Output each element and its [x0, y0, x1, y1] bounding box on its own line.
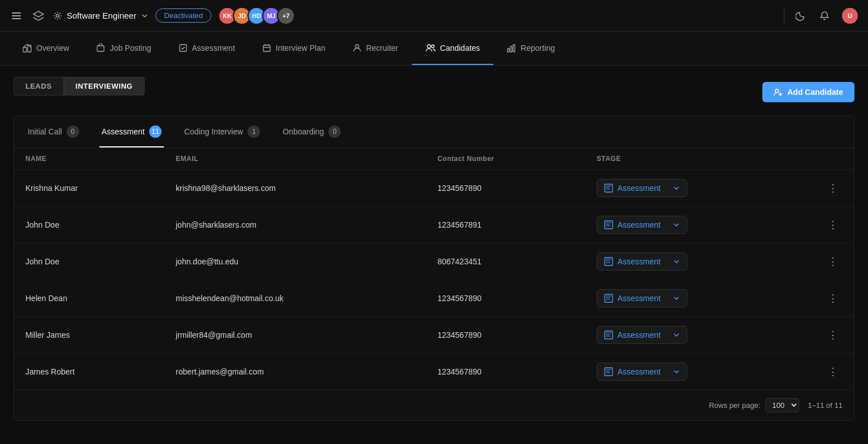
- tab-job-posting[interactable]: Job Posting: [83, 32, 164, 65]
- tab-interview-plan-label: Interview Plan: [276, 43, 326, 53]
- stage-label: Assessment: [618, 367, 661, 376]
- stage-tab-initial-call[interactable]: Initial Call 0: [25, 116, 81, 147]
- tab-overview[interactable]: Overview: [9, 32, 83, 65]
- candidate-actions-cell: ⋮: [812, 317, 854, 354]
- more-actions-button[interactable]: ⋮: [823, 253, 843, 270]
- divider: [784, 7, 784, 24]
- add-candidate-button[interactable]: Add Candidate: [762, 82, 854, 102]
- stage-tab-coding-interview-label: Coding Interview: [184, 127, 243, 136]
- layers-icon-button[interactable]: [31, 8, 46, 23]
- page-content: LEADS INTERVIEWING Add Candidate Initial…: [0, 66, 868, 432]
- notifications-button[interactable]: [817, 8, 832, 23]
- candidate-phone: 1234567891: [426, 207, 585, 243]
- svg-rect-1: [12, 15, 21, 16]
- avatar-group: KK JD HD MJ +7: [218, 7, 295, 25]
- col-name: NAME: [14, 148, 164, 170]
- stage-label: Assessment: [618, 257, 661, 266]
- tab-reporting[interactable]: Reporting: [493, 32, 568, 65]
- tab-assessment[interactable]: Assessment: [165, 32, 249, 65]
- stage-tab-coding-interview[interactable]: Coding Interview 1: [182, 116, 262, 147]
- more-actions-button[interactable]: ⋮: [823, 180, 843, 197]
- table-row: Helen Dean misshelendean@hotmail.co.uk 1…: [14, 280, 854, 317]
- candidate-actions-cell: ⋮: [812, 170, 854, 207]
- stage-dropdown[interactable]: Assessment: [597, 326, 687, 344]
- stage-dropdown[interactable]: Assessment: [597, 363, 687, 381]
- candidate-phone: 1234567890: [426, 354, 585, 390]
- deactivated-badge[interactable]: Deactivated: [155, 8, 211, 23]
- tab-job-posting-label: Job Posting: [110, 43, 151, 53]
- candidate-section: Initial Call 0 Assessment 11 Coding Inte…: [14, 116, 854, 421]
- add-candidate-label: Add Candidate: [787, 88, 843, 97]
- tab-recruiter[interactable]: Recruiter: [339, 32, 412, 65]
- leads-button[interactable]: LEADS: [14, 77, 64, 95]
- stage-label: Assessment: [618, 330, 661, 339]
- dark-mode-toggle[interactable]: [793, 8, 808, 23]
- more-actions-button[interactable]: ⋮: [823, 363, 843, 380]
- candidate-email: robert.james@gmail.com: [164, 354, 426, 390]
- svg-rect-4: [23, 47, 27, 52]
- rows-per-page: Rows per page: 100 50 25: [709, 398, 798, 412]
- col-phone: Contact Number: [426, 148, 585, 170]
- candidate-name[interactable]: John Doe: [14, 207, 164, 243]
- stage-dropdown[interactable]: Assessment: [597, 253, 687, 271]
- table-row: John Doe john.doe@ttu.edu 8067423451 Ass…: [14, 243, 854, 280]
- tab-overview-label: Overview: [36, 43, 69, 53]
- user-avatar[interactable]: U: [841, 7, 859, 25]
- candidate-phone: 1234567890: [426, 170, 585, 207]
- top-actions: LEADS INTERVIEWING Add Candidate: [14, 77, 854, 107]
- candidate-actions-cell: ⋮: [812, 354, 854, 390]
- svg-point-11: [431, 45, 434, 47]
- candidate-phone: 1234567890: [426, 280, 585, 317]
- job-selector-button[interactable]: Software Engineer: [53, 11, 149, 20]
- candidate-stage-cell: Assessment: [585, 170, 812, 207]
- svg-rect-0: [12, 12, 21, 14]
- candidate-phone: 8067423451: [426, 243, 585, 280]
- col-stage: STAGE: [585, 148, 812, 170]
- candidate-name[interactable]: John Doe: [14, 243, 164, 280]
- stage-dropdown[interactable]: Assessment: [597, 216, 687, 234]
- table-row: John Doe john@sharklasers.com 1234567891…: [14, 207, 854, 243]
- table-row: James Robert robert.james@gmail.com 1234…: [14, 354, 854, 390]
- candidate-email: jrmiller84@gmail.com: [164, 317, 426, 354]
- candidate-stage-cell: Assessment: [585, 207, 812, 243]
- candidate-name[interactable]: Miller James: [14, 317, 164, 354]
- svg-rect-13: [510, 46, 512, 52]
- stage-dropdown[interactable]: Assessment: [597, 289, 687, 307]
- svg-rect-7: [180, 45, 186, 51]
- more-actions-button[interactable]: ⋮: [823, 290, 843, 307]
- candidate-name[interactable]: Helen Dean: [14, 280, 164, 317]
- onboarding-badge: 0: [328, 125, 341, 138]
- candidate-name[interactable]: James Robert: [14, 354, 164, 390]
- svg-rect-8: [263, 45, 270, 51]
- candidate-email: misshelendean@hotmail.co.uk: [164, 280, 426, 317]
- candidate-actions-cell: ⋮: [812, 280, 854, 317]
- more-actions-button[interactable]: ⋮: [823, 216, 843, 233]
- stage-tab-assessment-label: Assessment: [102, 127, 145, 136]
- rows-per-page-label: Rows per page:: [709, 401, 760, 410]
- candidate-stage-cell: Assessment: [585, 280, 812, 317]
- more-actions-button[interactable]: ⋮: [823, 327, 843, 343]
- rows-per-page-select[interactable]: 100 50 25: [765, 398, 799, 412]
- tab-interview-plan[interactable]: Interview Plan: [249, 32, 339, 65]
- interviewing-button[interactable]: INTERVIEWING: [64, 77, 145, 95]
- stage-dropdown[interactable]: Assessment: [597, 179, 687, 197]
- stage-toggle: LEADS INTERVIEWING: [14, 77, 145, 95]
- pagination-range: 1–11 of 11: [808, 401, 843, 410]
- sidebar-toggle-button[interactable]: [9, 8, 24, 23]
- candidate-email: john@sharklasers.com: [164, 207, 426, 243]
- candidates-table: NAME EMAIL Contact Number STAGE Krishna …: [14, 148, 854, 390]
- stage-label: Assessment: [618, 294, 661, 303]
- stage-tab-assessment[interactable]: Assessment 11: [99, 116, 164, 147]
- coding-interview-badge: 1: [248, 125, 260, 138]
- svg-rect-21: [605, 368, 613, 376]
- tab-candidates[interactable]: Candidates: [412, 32, 494, 65]
- stage-tab-onboarding-label: Onboarding: [283, 127, 324, 136]
- table-row: Krishna Kumar krishna98@sharklasers.com …: [14, 170, 854, 207]
- candidate-name[interactable]: Krishna Kumar: [14, 170, 164, 207]
- stage-tab-onboarding[interactable]: Onboarding 0: [280, 116, 343, 147]
- svg-point-10: [427, 45, 431, 48]
- candidate-phone: 1234567890: [426, 317, 585, 354]
- tab-assessment-label: Assessment: [192, 43, 235, 53]
- svg-rect-16: [605, 184, 613, 192]
- assessment-badge: 11: [149, 125, 162, 138]
